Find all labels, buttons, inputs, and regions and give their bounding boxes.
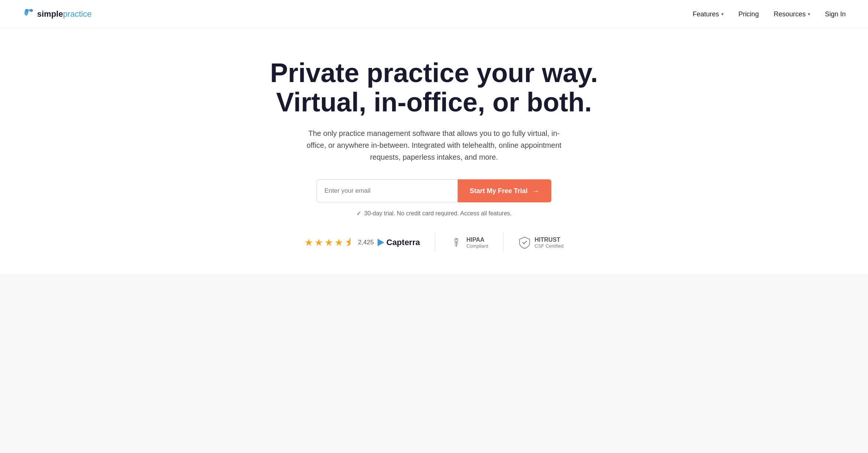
hipaa-badge: HIPAA Compliant — [450, 236, 488, 249]
trial-note: ✓ 30-day trial. No credit card required.… — [356, 210, 512, 217]
capterra-badge: ★ ★ ★ ★ ⯨ 2,425 Capterra — [304, 237, 420, 248]
hitrust-badge: HITRUST CSF Certified — [518, 236, 564, 249]
sign-in-link[interactable]: Sign In — [825, 10, 846, 18]
badge-divider-2 — [503, 233, 503, 252]
chevron-down-icon-2: ▾ — [808, 12, 810, 17]
nav-features[interactable]: Features ▾ — [693, 10, 724, 18]
trust-badges: ★ ★ ★ ★ ⯨ 2,425 Capterra — [304, 233, 564, 252]
logo-icon — [22, 7, 36, 21]
svg-point-2 — [456, 239, 457, 240]
logo-text: simplepractice — [37, 9, 92, 19]
star-3: ★ — [324, 237, 333, 248]
star-4: ★ — [335, 237, 343, 248]
capterra-arrow-icon — [378, 239, 384, 246]
star-2: ★ — [314, 237, 323, 248]
start-trial-button[interactable]: Start My Free Trial → — [458, 179, 551, 202]
hero-section: Private practice your way. Virtual, in-o… — [0, 29, 868, 274]
review-count: 2,425 — [358, 239, 374, 246]
hero-subtitle: The only practice management software th… — [304, 127, 564, 163]
email-input[interactable] — [317, 179, 458, 202]
arrow-right-icon: → — [532, 187, 539, 195]
star-rating: ★ ★ ★ ★ ⯨ 2,425 — [304, 237, 374, 248]
checkmark-icon: ✓ — [356, 210, 361, 217]
hitrust-text: HITRUST CSF Certified — [535, 237, 564, 249]
hero-title: Private practice your way. Virtual, in-o… — [270, 58, 598, 117]
chevron-down-icon: ▾ — [721, 12, 724, 17]
cta-form: Start My Free Trial → — [317, 179, 551, 202]
main-nav: Features ▾ Pricing Resources ▾ Sign In — [693, 10, 846, 18]
hipaa-text: HIPAA Compliant — [466, 237, 488, 249]
nav-pricing[interactable]: Pricing — [738, 10, 759, 18]
capterra-logo: Capterra — [378, 238, 420, 247]
hipaa-icon — [450, 236, 463, 249]
logo[interactable]: simplepractice — [22, 7, 92, 21]
nav-resources[interactable]: Resources ▾ — [774, 10, 810, 18]
hitrust-icon — [518, 236, 531, 249]
star-5-half: ⯨ — [345, 237, 354, 248]
site-header: simplepractice Features ▾ Pricing Resour… — [0, 0, 868, 29]
star-1: ★ — [304, 237, 313, 248]
badge-divider-1 — [435, 233, 435, 252]
